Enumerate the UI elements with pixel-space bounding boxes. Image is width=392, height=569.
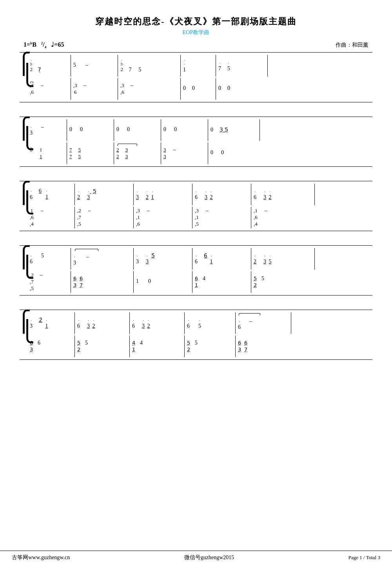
s4-3dotb: · 3 xyxy=(136,254,139,265)
s2-m5: 0 3̣ 5̣ xyxy=(208,119,255,141)
row-4-lower: ⎩ ,2 ,7 ,5 – 6̣ 3̣ xyxy=(20,271,372,293)
sub-title: EOP教学曲 xyxy=(16,29,376,36)
measure-4-lower: 0 0 xyxy=(180,78,216,100)
s3-m4-lower: ,3 ,1 ,5 – xyxy=(192,207,251,228)
s5-5dot: · 5 xyxy=(198,317,201,330)
row-5-lower: ⎩ 6̣ 3̣ 6 5̣ 2̣ 5 xyxy=(20,336,372,357)
composer: 作曲：和田薰 xyxy=(336,42,368,49)
s2-m3: 0 0 xyxy=(114,119,161,141)
brace3-lower: ⎩ xyxy=(20,207,27,228)
s4-lower-63ul: 6̣ 3̣ xyxy=(73,275,76,289)
s3-lower-315: ,3 ,1 ,5 xyxy=(195,208,199,228)
s2-lower-dash: – xyxy=(173,147,176,153)
s4-lower-52ul: 5̣ 2̣ xyxy=(254,275,257,289)
key-signature: 1=bB 2/4 ♩=65 xyxy=(24,41,64,49)
s4-lower-61ul: 6̣ 1̣ xyxy=(195,275,198,289)
s4-m2-lower: 6̣ 3̣ 6̣ 7̣ xyxy=(71,271,133,293)
s5-end-lower xyxy=(286,336,290,357)
s4-m5-lower: 5̣ 2̣ 5 xyxy=(251,271,310,293)
s3-32ul: · 3 · 2 xyxy=(205,188,213,201)
row-3-upper: ⎧ · 6 6 · 1 xyxy=(20,184,372,205)
s3-m5-lower: ,1 ,6 ,4 – xyxy=(251,207,310,228)
s4-m3: · 3 · 3 5̇ xyxy=(133,248,192,270)
s5-lower-52ulb: 5̣ 2̣ xyxy=(187,340,190,353)
s3-m3-lower: ,3 ,1 ,6 – xyxy=(133,207,192,228)
measure-2-lower: ,3 6 – xyxy=(71,78,118,100)
s3-lower-dash1: – xyxy=(41,208,44,214)
s4-lower-275: ,2 ,7 ,5 xyxy=(30,272,34,292)
s5-lower-52ul: 5̣ 2̣ xyxy=(77,340,80,353)
s3-21ul: · 2 · 1 xyxy=(146,188,154,201)
s5-m5: · 6 – xyxy=(235,312,286,334)
measure-3: · 3· 2 7 5 xyxy=(118,55,180,77)
s3-35ul: · 3 5̣ xyxy=(87,188,96,201)
s2-35: 3̣ 5̣ xyxy=(220,126,228,133)
measure-5: · 7 · 5 xyxy=(216,55,263,77)
s5-6dotb: · 6 xyxy=(132,319,135,330)
footer-wechat: 微信号guzhengw2015 xyxy=(184,554,234,561)
section-4: ⎧ · 6 5 · 3 – xyxy=(20,245,372,295)
note-7dot: · 7 xyxy=(218,61,221,72)
section-5: ⎧ · 3 2̇ · 1 xyxy=(20,310,372,360)
s3-6dotc: · 6 xyxy=(254,190,256,201)
s4-m5: · 2 · 3 · 5 xyxy=(251,248,310,270)
s2-lower-22: 2 2 xyxy=(116,147,119,160)
zero3: 0 xyxy=(218,85,221,91)
row-5-upper: ⎧ · 3 2̇ · 1 xyxy=(20,312,372,334)
s2-lower-77: 7 7 xyxy=(69,147,72,160)
s4-lower-5: 5 xyxy=(261,275,264,282)
s5-m5-lower: 6̣ 3̣ 6̣ 7̣ xyxy=(235,336,286,357)
s3-lower-316: ,3 ,1 ,6 xyxy=(136,208,140,228)
s3-1ul: · 1 xyxy=(45,188,48,201)
s5-lower-5b: 5 xyxy=(195,340,198,346)
note-5: 5 xyxy=(73,62,76,68)
note-5b: 5 xyxy=(139,67,142,73)
page-container: 穿越时空的思念-《犬夜叉》第一部剧场版主题曲 EOP教学曲 1=bB 2/4 ♩… xyxy=(0,0,392,569)
brace5-lower: ⎩ xyxy=(20,336,27,357)
key-line: 1=bB 2/4 ♩=65 作曲：和田薰 xyxy=(24,41,376,49)
brace2-lower: ⎩ xyxy=(20,142,27,164)
s4-lower-4: 4 xyxy=(203,275,205,282)
s3-lower-dash3: – xyxy=(147,208,150,214)
measure-5-lower: 0 0 xyxy=(216,78,263,100)
s3-lower-164b: ,1 ,6 ,4 xyxy=(254,208,258,228)
s4-m1-lower: ,2 ,7 ,5 – xyxy=(27,271,71,293)
section-3: ⎧ · 6 6 · 1 xyxy=(20,181,372,231)
brace4-lower: ⎩ xyxy=(20,271,27,293)
s2-zero5: 0 xyxy=(163,126,166,133)
s4-35ul: · 3 5̇ xyxy=(146,252,155,265)
s3-lower-dash2: – xyxy=(88,208,91,214)
end-spacer-l xyxy=(263,78,267,100)
s2-lower-z2: 0 xyxy=(221,150,224,156)
measure-4: · · 1 xyxy=(180,55,216,77)
section-1: ⎧ · 3· 2 7̣ 5 – xyxy=(20,52,372,102)
s4-2dotul: · 2 xyxy=(254,254,256,265)
s3-32ulb: · 3 · 2 xyxy=(263,188,272,201)
s5-lower-6: 6 xyxy=(38,340,40,346)
dash-s2m1: – xyxy=(41,124,44,130)
main-title: 穿越时空的思念-《犬夜叉》第一部剧场版主题曲 xyxy=(16,16,376,27)
s2-lower-zero: 0 xyxy=(30,147,33,153)
s4-end xyxy=(310,248,315,270)
s4-lower-dash1: – xyxy=(40,272,43,278)
s2-m3-lower: 2 2 3 3 xyxy=(114,142,161,164)
dash-2: – xyxy=(83,82,86,89)
s4-lower-67ul: 6̣ 7̣ xyxy=(80,275,83,289)
lower-36: ,3 ,6 xyxy=(30,82,34,96)
title-area: 穿越时空的思念-《犬夜叉》第一部剧场版主题曲 EOP教学曲 xyxy=(16,16,376,36)
s3-61ul: 6 xyxy=(39,188,42,194)
note-7b: 7 xyxy=(129,67,132,73)
s5-m2: · 6 · 3 · 2 xyxy=(74,312,129,334)
note-1dot: · · 1 xyxy=(183,58,186,73)
s4-end-lower xyxy=(310,271,314,293)
s5-lower-67ul: 6̣ 7̣ xyxy=(244,340,247,353)
s5-lower-4: 4 xyxy=(140,340,143,346)
s5-m4-lower: 5̣ 2̣ 5 xyxy=(184,336,235,357)
s3-end-lower xyxy=(310,207,314,228)
row-1-upper: ⎧ · 3· 2 7̣ 5 – xyxy=(20,55,372,77)
note-7: 7̣ xyxy=(38,66,41,73)
measure-3-lower: ,3 ,6 – xyxy=(118,78,180,100)
s5-6dotd: · 6 xyxy=(238,320,241,331)
note-326: · 3· 2 xyxy=(120,58,123,73)
s3-m2-lower: ,2 ,7 ,5 – xyxy=(74,207,133,228)
